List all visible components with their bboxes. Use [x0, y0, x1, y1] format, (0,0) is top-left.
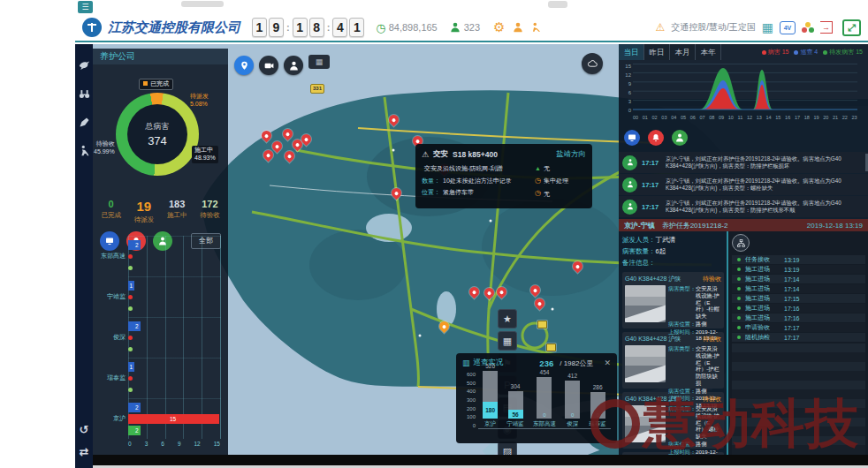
company-name: 江苏交通控股有限公司 — [108, 19, 240, 36]
patrol-bar-chart: 6005004003002001000 526180京沪30456宁靖监4540… — [462, 372, 611, 429]
taskbar[interactable] — [93, 455, 868, 465]
tab-本年[interactable]: 本年 — [696, 44, 721, 60]
bird-icon[interactable] — [78, 59, 91, 72]
timeline-rows: 任务接收13:19施工进场13:19施工进场17:14施工进场17:14施工进场… — [732, 255, 865, 343]
damage-pin[interactable] — [262, 148, 276, 162]
damage-tooltip: ⚠ 交安 S18 k85+400 盐靖方向 交安及沿线设施-防眩网-刮蹭 数量：… — [415, 144, 592, 208]
tooltip-text: 紧急停车带 — [443, 189, 474, 196]
undo-icon[interactable]: ↺ — [80, 424, 89, 435]
camera-button[interactable] — [259, 56, 278, 75]
field-value: 丁武清 — [656, 236, 676, 245]
triangle-icon: ▲ — [535, 165, 541, 172]
4v-badge-icon[interactable]: 4V — [780, 21, 796, 34]
patrol-bar: 2860瑞泰监 — [589, 364, 606, 428]
patrol-status-popup: ▥ 巡查实况 236 / 1982公里 ✕ 600500400300200100… — [456, 353, 617, 443]
tab-昨日[interactable]: 昨日 — [644, 44, 670, 60]
switch-icon[interactable]: ⇄ — [80, 446, 89, 457]
tooltip-stake: S18 k85+400 — [453, 150, 498, 159]
logout-icon[interactable]: → — [820, 21, 833, 34]
apps-grid-icon[interactable]: ▦ — [762, 20, 773, 34]
survey-pen-icon[interactable] — [78, 116, 91, 129]
damage-pin[interactable] — [438, 320, 452, 334]
damage-pin[interactable] — [270, 140, 285, 154]
damage-photo[interactable] — [625, 285, 666, 322]
callout-assign: 待派发 5.08% — [190, 93, 209, 109]
vehicle-marker[interactable] — [546, 343, 556, 351]
hourly-area-chart: 15129630 0001020304050607080910111213141… — [619, 62, 868, 124]
legend-item: 病害 15 — [762, 48, 789, 57]
tooltip-category: 交安 — [433, 149, 448, 160]
worker-filter-button[interactable] — [672, 130, 688, 146]
thumbnail-toggle[interactable]: ▦ — [308, 55, 330, 69]
damage-pin[interactable] — [468, 285, 482, 299]
damage-pin[interactable] — [281, 127, 295, 141]
tooltip-label: 位置： — [422, 189, 440, 196]
task-datetime: 2019-12-18 13:19 — [807, 222, 863, 230]
app-header: 江苏交通控股有限公司 19:18:41 ◷ 84,898,165 323 ⚙ ⚠… — [75, 14, 868, 42]
favorites-icon[interactable]: ★ — [498, 309, 517, 328]
gear-icon[interactable]: ⚙ — [493, 19, 505, 35]
damage-pin[interactable] — [571, 260, 585, 274]
color-dots-icon[interactable] — [802, 22, 814, 34]
clock-digit: 1 — [293, 18, 308, 37]
task-name: 养护任务20191218-2 — [662, 221, 728, 230]
chart-xaxis: 03691215 — [128, 441, 220, 447]
weather-cloud-button[interactable] — [582, 53, 603, 74]
users-icon — [449, 21, 461, 34]
patrol-chart-icon: ▥ — [462, 359, 470, 367]
sitemap-icon — [732, 234, 750, 252]
chart-icon[interactable]: ▦ — [498, 331, 517, 351]
menu-icon[interactable]: ☰ — [78, 1, 93, 13]
vehicle-marker[interactable] — [537, 321, 547, 328]
company-bar-group: 东部高速2 — [96, 236, 225, 276]
fullscreen-icon[interactable]: ⤢ — [842, 19, 861, 36]
tooltip-right-text: 集中处理 — [544, 177, 568, 185]
damage-pin[interactable] — [495, 285, 509, 299]
damage-photo[interactable] — [625, 405, 666, 442]
monitor-filter-button[interactable] — [624, 130, 640, 146]
user-icon[interactable] — [512, 21, 524, 34]
status-badge: 待验收 — [703, 335, 721, 343]
damage-pin[interactable] — [283, 149, 297, 163]
company-damage-bar-chart: 东部高速2宁靖监1俊深2瑞泰监1京沪2152 03691215 — [96, 236, 225, 448]
damage-pin[interactable] — [533, 297, 547, 311]
zero-dot-red — [128, 254, 133, 259]
alert-item[interactable]: 17:17京沪-宁镇，刘斌正在对养护任务20191218-2申请验收。病害地点为… — [619, 152, 868, 173]
damage-pin[interactable] — [390, 186, 404, 200]
damage-card[interactable]: G40 K384+428 沪陕待验收病害类型：交安及沿线设施-护栏（E杆）-螺栓… — [622, 392, 724, 449]
binoculars-icon[interactable] — [78, 87, 91, 101]
timeline-row: 申请验收17:17 — [732, 323, 865, 332]
alarm-filter-button[interactable] — [648, 130, 664, 146]
donut-ring: 总病害 374 — [116, 93, 199, 176]
status-badge: 待验收 — [703, 275, 721, 283]
alert-item[interactable]: 17:17京沪-宁镇，刘斌正在对养护任务20191218-2申请验收。病害地点为… — [619, 174, 868, 195]
clock-digit: 4 — [332, 18, 347, 37]
damage-pin[interactable] — [483, 286, 497, 300]
image-layer-icon[interactable]: ▨ — [498, 442, 517, 455]
legend-item: 巡查 4 — [794, 48, 818, 57]
locate-button[interactable] — [234, 56, 254, 75]
damage-donut-chart: 总病害 374 已完成 待派发 5.08% 施工中 48.93% 待验收 45.… — [93, 64, 228, 195]
damage-pin[interactable] — [529, 283, 543, 298]
tab-本月[interactable]: 本月 — [670, 44, 696, 60]
worker-icon[interactable] — [78, 144, 91, 157]
damage-card[interactable]: G40 K384+428 沪陕待验收病害类型：交安及沿线设施-护栏（E杆）-柱帽… — [622, 272, 724, 328]
task-detail: 派发人员：丁武清 病害数量：6起 备注信息： G40 K384+428 沪陕待验… — [619, 231, 868, 468]
alert-item[interactable]: 17:17京沪-宁镇，刘斌正在对养护任务20191218-2申请验收。病害地点为… — [619, 196, 868, 217]
tab-当日[interactable]: 当日 — [619, 44, 644, 60]
field-value: 6起 — [656, 247, 666, 256]
damage-pin[interactable] — [260, 129, 274, 143]
flip-clock: 19:18:41 — [252, 18, 364, 37]
operator-desk-icon[interactable] — [530, 21, 543, 34]
timeline-row: 施工进场13:19 — [732, 265, 865, 274]
damage-card[interactable]: G40 K384+428 沪陕待验收病害类型：交安及沿线设施-护栏（E杆）-护栏… — [622, 332, 724, 389]
damage-photo[interactable] — [625, 345, 666, 382]
person-button[interactable] — [284, 56, 303, 75]
clock-icon: ◷ — [535, 177, 541, 185]
company-bar-group: 京沪2152 — [96, 398, 225, 439]
tooltip-label: 数量： — [422, 177, 440, 185]
user-path[interactable]: 交通控股/慧动/王定国 — [671, 21, 756, 34]
bar-blue: 1 — [128, 281, 134, 291]
status-stat: 0已完成 — [95, 199, 127, 224]
damage-pin[interactable] — [387, 113, 401, 127]
